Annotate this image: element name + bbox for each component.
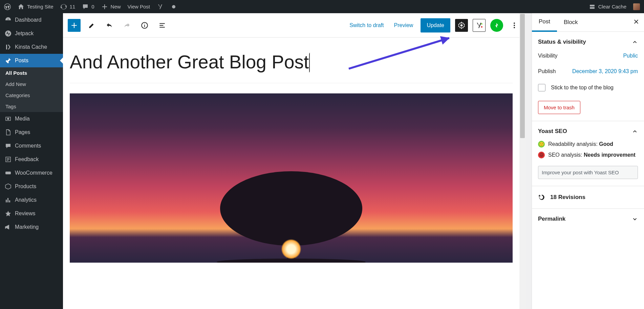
circle-icon — [170, 3, 177, 10]
update-button[interactable]: Update — [421, 18, 450, 32]
comment-icon — [82, 3, 89, 10]
svg-point-11 — [481, 23, 482, 24]
sidebar-item-products[interactable]: Products — [0, 180, 63, 193]
tools-button[interactable] — [85, 19, 98, 32]
jetpack-editor-button[interactable] — [490, 19, 503, 32]
sidebar-item-woocommerce[interactable]: WooCommerce — [0, 166, 63, 180]
dashboard-icon — [5, 17, 12, 23]
revisions-button[interactable]: 18 Revisions — [532, 186, 644, 209]
post-title-text: And Another Great Blog Post — [70, 51, 309, 72]
seo-prefix: SEO analysis: — [548, 152, 584, 158]
site-menu[interactable]: Testing Site — [18, 3, 53, 10]
tab-post[interactable]: Post — [532, 13, 557, 32]
sidebar-item-label: Marketing — [15, 224, 39, 230]
view-post-link[interactable]: View Post — [128, 4, 150, 9]
form-icon — [5, 156, 12, 163]
sidebar-item-marketing[interactable]: Marketing — [0, 220, 63, 234]
switch-to-draft-button[interactable]: Switch to draft — [347, 22, 386, 28]
sidebar-item-posts[interactable]: Posts — [0, 54, 63, 67]
sidebar-item-analytics[interactable]: Analytics — [0, 193, 63, 207]
updates-menu[interactable]: 11 — [60, 3, 76, 10]
sidebar-item-media[interactable]: Media — [0, 112, 63, 126]
site-title: Testing Site — [27, 4, 53, 9]
visibility-value-button[interactable]: Public — [623, 53, 638, 59]
sidebar-item-label: Reviews — [15, 211, 35, 217]
redo-button[interactable] — [121, 19, 133, 32]
clear-cache-label: Clear Cache — [598, 4, 626, 9]
submenu-categories[interactable]: Categories — [0, 90, 63, 101]
permalink-panel-toggle[interactable]: Permalink — [538, 216, 638, 222]
redo-icon — [123, 22, 131, 29]
yoast-panel-toggle[interactable]: Yoast SEO — [538, 128, 638, 135]
info-button[interactable] — [138, 19, 151, 32]
svg-rect-3 — [590, 7, 595, 9]
kebab-icon — [511, 22, 518, 29]
settings-button[interactable] — [455, 19, 468, 32]
revisions-label: 18 Revisions — [550, 194, 585, 201]
sticky-label: Stick to the top of the blog — [551, 85, 614, 91]
sidebar-item-label: Media — [15, 116, 30, 122]
more-menu-button[interactable] — [508, 19, 521, 32]
home-icon — [18, 3, 24, 10]
svg-point-12 — [481, 26, 482, 27]
server-icon — [589, 3, 596, 10]
info-icon — [141, 22, 148, 29]
sidebar-item-reviews[interactable]: Reviews — [0, 207, 63, 220]
sticky-checkbox[interactable] — [538, 84, 545, 91]
visibility-label: Visibility — [538, 53, 558, 59]
media-icon — [5, 115, 12, 122]
readability-row: 🙂 Readability analysis: Good — [538, 141, 638, 148]
wp-adminbar: Testing Site 11 0 New View Post Clear Ca… — [0, 0, 644, 13]
visibility-row: Visibility Public — [538, 53, 638, 59]
sun-glow — [281, 239, 301, 259]
sidebar-item-dashboard[interactable]: Dashboard — [0, 13, 63, 27]
comments-menu[interactable]: 0 — [82, 3, 94, 10]
yoast-adminbar[interactable] — [157, 3, 164, 10]
sidebar-item-pages[interactable]: Pages — [0, 126, 63, 139]
tab-block[interactable]: Block — [557, 14, 585, 31]
undo-button[interactable] — [103, 19, 116, 32]
move-to-trash-button[interactable]: Move to trash — [538, 101, 580, 114]
new-content-menu[interactable]: New — [101, 3, 121, 10]
preview-button[interactable]: Preview — [391, 22, 416, 28]
editor-scrollbar[interactable] — [519, 13, 525, 309]
frown-icon: ☹ — [538, 152, 545, 158]
sidebar-item-comments[interactable]: Comments — [0, 139, 63, 153]
image-block[interactable] — [70, 93, 513, 263]
yoast-panel: Yoast SEO 🙂 Readability analysis: Good ☹… — [532, 121, 644, 186]
wp-logo-menu[interactable] — [4, 3, 11, 10]
yoast-editor-button[interactable] — [473, 19, 486, 32]
svg-point-10 — [460, 24, 463, 26]
status-dot[interactable] — [170, 3, 177, 10]
page-icon — [5, 129, 12, 136]
status-panel-toggle[interactable]: Status & visibility — [538, 39, 638, 45]
clear-cache-menu[interactable]: Clear Cache — [589, 3, 626, 10]
submenu-tags[interactable]: Tags — [0, 101, 63, 112]
close-inspector-button[interactable] — [633, 18, 639, 27]
bar-chart-icon — [5, 197, 12, 203]
list-icon — [158, 22, 166, 29]
publish-value-button[interactable]: December 3, 2020 9:43 pm — [572, 68, 638, 74]
publish-row: Publish December 3, 2020 9:43 pm — [538, 68, 638, 74]
outline-button[interactable] — [156, 19, 169, 32]
chevron-up-icon — [632, 128, 638, 134]
plus-icon — [70, 22, 78, 29]
svg-point-4 — [5, 30, 11, 37]
readability-prefix: Readability analysis: — [548, 141, 599, 147]
submenu-all-posts[interactable]: All Posts — [0, 67, 63, 79]
pin-icon — [5, 57, 12, 64]
post-title-input[interactable]: And Another Great Blog Post — [70, 51, 513, 83]
submenu-add-new[interactable]: Add New — [0, 79, 63, 90]
improve-seo-button[interactable]: Improve your post with Yoast SEO — [538, 166, 638, 179]
scrollbar-thumb[interactable] — [520, 14, 525, 138]
sidebar-item-label: Jetpack — [15, 30, 34, 37]
readability-value: Good — [599, 141, 613, 147]
sidebar-item-kinsta[interactable]: Kinsta Cache — [0, 40, 63, 54]
sidebar-item-jetpack[interactable]: Jetpack — [0, 27, 63, 40]
sidebar-item-label: WooCommerce — [15, 170, 52, 176]
kinsta-icon — [5, 44, 12, 50]
sticky-row: Stick to the top of the blog — [538, 84, 638, 91]
add-block-button[interactable] — [68, 19, 81, 32]
sidebar-item-feedback[interactable]: Feedback — [0, 153, 63, 166]
account-menu[interactable] — [633, 3, 640, 10]
